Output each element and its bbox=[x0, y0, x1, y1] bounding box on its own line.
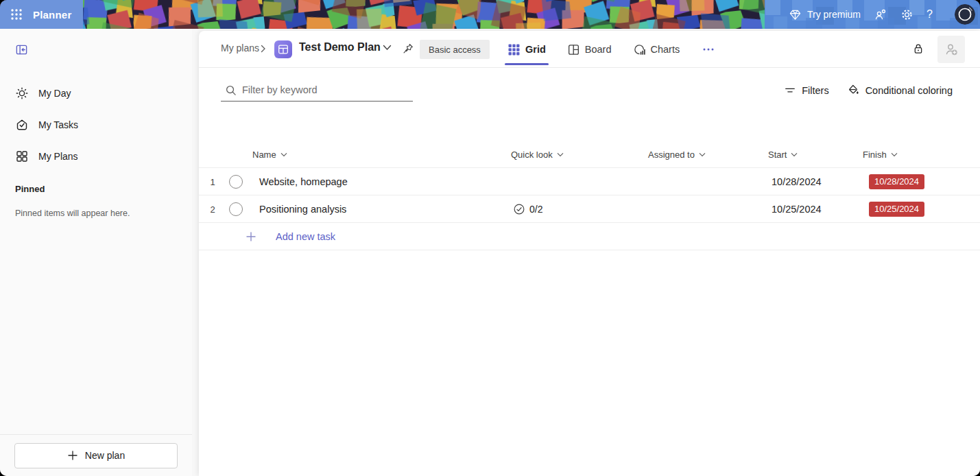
task-finish-date-badge[interactable]: 10/25/2024 bbox=[869, 202, 924, 217]
topbar: Planner Try premium bbox=[0, 0, 980, 29]
settings-button[interactable] bbox=[900, 8, 913, 21]
task-name[interactable]: Positioning analysis bbox=[259, 195, 346, 223]
checklist-progress: 0/2 bbox=[529, 204, 542, 215]
filters-label: Filters bbox=[802, 85, 828, 96]
quick-look-checklist[interactable]: 0/2 bbox=[513, 195, 542, 223]
chevron-down-icon bbox=[791, 152, 798, 157]
chevron-down-icon bbox=[383, 45, 392, 51]
filter-field bbox=[221, 79, 413, 102]
add-member-button[interactable] bbox=[937, 36, 965, 63]
sidebar-item-my-day[interactable]: My Day bbox=[0, 78, 192, 109]
pin-plan-button[interactable] bbox=[402, 43, 414, 55]
complete-task-checkbox[interactable] bbox=[229, 175, 243, 189]
column-header-assigned-to[interactable]: Assigned to bbox=[648, 141, 706, 168]
plus-icon bbox=[67, 450, 78, 461]
filters-button[interactable]: Filters bbox=[784, 84, 828, 97]
paint-bucket-icon bbox=[847, 84, 860, 97]
filters-icon bbox=[784, 84, 796, 97]
tab-board[interactable]: Board bbox=[566, 31, 613, 68]
charts-view-icon bbox=[633, 43, 646, 56]
plan-header: My plans Test Demo Plan Basic acce bbox=[199, 31, 980, 68]
topbar-actions: Try premium ? bbox=[789, 0, 980, 29]
sidebar-item-my-plans[interactable]: My Plans bbox=[0, 141, 192, 172]
sidebar-nav: My Day My Tasks bbox=[0, 78, 192, 172]
person-add-icon bbox=[944, 42, 959, 57]
sidebar: My Day My Tasks bbox=[0, 29, 192, 476]
search-icon bbox=[225, 84, 237, 96]
task-finish-date-badge[interactable]: 10/28/2024 bbox=[869, 174, 924, 190]
pin-icon bbox=[402, 43, 414, 55]
panel-collapse-icon bbox=[15, 43, 28, 56]
help-label: ? bbox=[927, 8, 933, 21]
grid-header-row: Name Quick look Assigned to Start Finish bbox=[199, 141, 980, 168]
try-premium-label: Try premium bbox=[807, 9, 861, 20]
account-avatar[interactable] bbox=[955, 4, 975, 25]
plans-grid-icon bbox=[15, 150, 29, 163]
sidebar-item-my-tasks[interactable]: My Tasks bbox=[0, 109, 192, 141]
sun-icon bbox=[15, 86, 29, 100]
ellipsis-icon bbox=[702, 47, 715, 51]
column-header-finish[interactable]: Finish bbox=[863, 141, 898, 168]
pinned-empty-text: Pinned items will appear here. bbox=[15, 209, 130, 218]
share-feedback-button[interactable] bbox=[874, 8, 887, 21]
chevron-down-icon bbox=[557, 152, 564, 157]
avatar-image bbox=[955, 4, 975, 25]
sidebar-footer: New plan bbox=[0, 434, 192, 476]
gear-icon bbox=[900, 8, 913, 21]
chevron-down-icon bbox=[699, 152, 706, 157]
grid-view-icon bbox=[507, 43, 521, 56]
sidebar-item-label: My Plans bbox=[38, 151, 78, 162]
plan-switcher-chevron-button[interactable] bbox=[383, 45, 392, 51]
tab-charts[interactable]: Charts bbox=[632, 31, 682, 68]
plan-title: Test Demo Plan bbox=[299, 41, 381, 53]
help-button[interactable]: ? bbox=[927, 8, 942, 21]
table-toolbar-actions: Filters Conditional coloring bbox=[784, 79, 953, 102]
add-new-task-label: Add new task bbox=[276, 231, 335, 242]
conditional-coloring-button[interactable]: Conditional coloring bbox=[847, 84, 953, 97]
task-start-date[interactable]: 10/25/2024 bbox=[772, 195, 822, 223]
plan-view: My plans Test Demo Plan Basic acce bbox=[199, 31, 980, 476]
conditional-coloring-label: Conditional coloring bbox=[865, 85, 953, 96]
column-header-name[interactable]: Name bbox=[252, 141, 287, 168]
table-row: 1 Website, homepage 10/28/2024 10/28/202… bbox=[199, 168, 980, 195]
collapse-sidebar-button[interactable] bbox=[14, 43, 29, 58]
sidebar-item-label: My Tasks bbox=[38, 119, 78, 130]
app-launcher-button[interactable] bbox=[8, 6, 25, 23]
tab-grid[interactable]: Grid bbox=[506, 31, 547, 68]
column-header-start[interactable]: Start bbox=[768, 141, 798, 168]
complete-task-checkbox[interactable] bbox=[229, 202, 243, 216]
task-start-date[interactable]: 10/28/2024 bbox=[772, 168, 822, 195]
waffle-icon bbox=[10, 8, 23, 21]
table-row: 2 Positioning analysis 0/2 10/25/2024 10… bbox=[199, 195, 980, 223]
tasks-check-icon bbox=[15, 118, 29, 132]
plus-icon bbox=[246, 231, 256, 242]
plan-logo-icon bbox=[274, 40, 292, 58]
access-badge: Basic access bbox=[420, 40, 490, 59]
breadcrumb-my-plans-link[interactable]: My plans bbox=[221, 43, 259, 53]
active-tab-underline bbox=[505, 63, 549, 65]
add-new-task-row[interactable]: Add new task bbox=[199, 223, 980, 250]
row-number: 1 bbox=[199, 168, 226, 195]
view-tabs: Grid Board bbox=[506, 31, 717, 68]
people-share-icon bbox=[874, 8, 887, 21]
planner-window: Planner Try premium bbox=[0, 0, 980, 476]
checklist-check-icon bbox=[513, 203, 525, 215]
row-number: 2 bbox=[199, 195, 226, 223]
pinned-section-header: Pinned bbox=[15, 184, 45, 194]
app-header-left: Planner bbox=[0, 0, 83, 29]
task-name[interactable]: Website, homepage bbox=[259, 168, 348, 195]
more-views-button[interactable] bbox=[700, 31, 717, 68]
privacy-lock-button[interactable] bbox=[912, 42, 924, 56]
column-header-quick-look[interactable]: Quick look bbox=[511, 141, 564, 168]
new-plan-label: New plan bbox=[85, 450, 125, 461]
filter-keyword-input[interactable] bbox=[242, 84, 409, 95]
chevron-down-icon bbox=[891, 152, 898, 157]
tab-grid-label: Grid bbox=[525, 44, 546, 55]
lock-icon bbox=[912, 42, 924, 56]
sidebar-item-label: My Day bbox=[38, 88, 71, 99]
breadcrumb-chevron-icon bbox=[261, 45, 266, 53]
new-plan-button[interactable]: New plan bbox=[14, 443, 178, 468]
chevron-down-icon bbox=[280, 152, 287, 157]
try-premium-button[interactable]: Try premium bbox=[789, 8, 861, 21]
board-view-icon bbox=[567, 43, 580, 56]
